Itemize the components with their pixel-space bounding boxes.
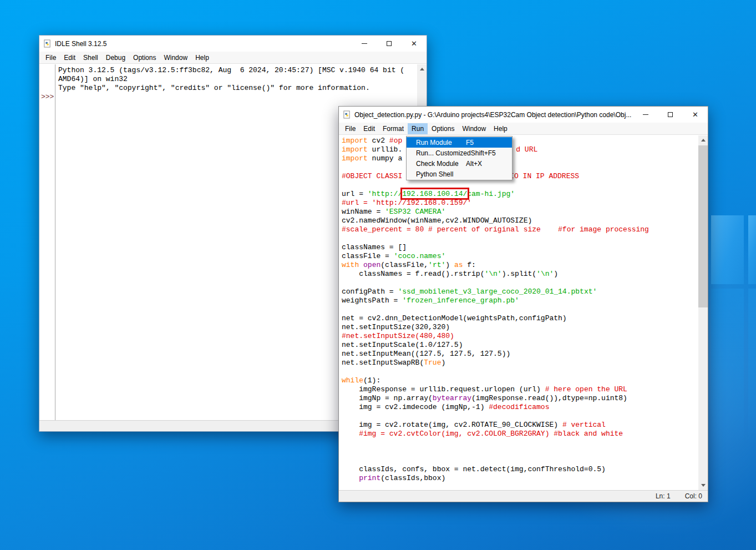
code-line (342, 412, 698, 421)
run-menu-item-run-module[interactable]: Run Module F5 (407, 137, 512, 148)
code-line: while(1): (342, 376, 698, 385)
code-line (342, 305, 698, 314)
scroll-down-icon[interactable] (698, 481, 708, 490)
code-line (342, 456, 698, 465)
shell-minimize-button[interactable] (352, 36, 377, 52)
editor-window-title: Object_detection.py.py - G:\Arduino proj… (354, 111, 633, 119)
code-line (342, 181, 698, 190)
code-line (342, 447, 698, 456)
shell-menu-options[interactable]: Options (129, 52, 160, 63)
shell-output: Python 3.12.5 (tags/v3.12.5:ff3bc82, Aug… (58, 66, 417, 93)
code-line (342, 438, 698, 447)
code-line: print(classIds,bbox) (342, 474, 698, 483)
editor-vscrollbar[interactable] (698, 135, 708, 490)
code-line: classNames = f.read().rstrip('\n').split… (342, 270, 698, 279)
code-line: imgResponse = urllib.request.urlopen (ur… (342, 385, 698, 394)
shell-prompt: >>> (41, 93, 54, 102)
code-line: net = cv2.dnn_DetectionModel(weightsPath… (342, 314, 698, 323)
code-line: #OBJECT CLASSIIO IN IP ADDRESS (342, 172, 698, 181)
shell-titlebar[interactable]: IDLE Shell 3.12.5 ✕ (39, 36, 427, 52)
code-line: net.setInputSwapRB(True) (342, 359, 698, 367)
idle-file-icon (343, 110, 351, 119)
editor-titlebar[interactable]: Object_detection.py.py - G:\Arduino proj… (339, 107, 708, 123)
editor-menubar: File Edit Format Run Options Window Help (339, 123, 708, 135)
scrollbar-thumb[interactable] (698, 145, 708, 307)
shell-output-line: Type "help", "copyright", "credits" or "… (58, 84, 417, 93)
shell-menu-help[interactable]: Help (191, 52, 213, 63)
wallpaper-logo-pane (748, 215, 756, 284)
editor-menu-run[interactable]: Run (408, 123, 428, 134)
editor-menu-file[interactable]: File (341, 123, 359, 134)
code-line: net.setInputScale(1.0/127.5) (342, 341, 698, 350)
code-line (342, 367, 698, 376)
shell-close-button[interactable]: ✕ (402, 36, 427, 52)
editor-statusbar: Ln: 1 Col: 0 (339, 490, 708, 502)
code-line: classIds, confs, bbox = net.detect(img,c… (342, 465, 698, 474)
code-area[interactable]: import cv2 #opimport urllib.d URLimport … (339, 135, 698, 490)
editor-menu-format[interactable]: Format (379, 123, 408, 134)
shell-output-line: AMD64)] on win32 (58, 75, 417, 84)
code-line: import cv2 #op (342, 137, 698, 145)
code-line: import urllib.d URL (342, 145, 698, 154)
run-menu-item-check-module[interactable]: Check Module Alt+X (407, 158, 512, 169)
shell-menu-window[interactable]: Window (160, 52, 191, 63)
code-line (342, 163, 698, 172)
code-line: #url = 'http://192.168.0.159/' (342, 199, 698, 208)
run-dropdown-menu: Run Module F5 Run... Customized Shift+F5… (406, 136, 513, 180)
editor-text-area[interactable]: import cv2 #opimport urllib.d URLimport … (339, 135, 708, 490)
run-menu-item-python-shell[interactable]: Python Shell (407, 169, 512, 179)
editor-menu-help[interactable]: Help (490, 123, 511, 134)
status-column-number: Col: 0 (685, 492, 702, 500)
shell-menu-shell[interactable]: Shell (79, 52, 102, 63)
code-line: cv2.namedWindow(winName,cv2.WINDOW_AUTOS… (342, 216, 698, 225)
code-line: url = 'http://192.168.100.14/cam-hi.jpg' (342, 190, 698, 199)
desktop-wallpaper: IDLE Shell 3.12.5 ✕ File Edit Shell Debu… (0, 0, 756, 550)
scroll-up-icon[interactable] (417, 64, 427, 74)
code-line: import numpy a (342, 154, 698, 163)
code-line: #img = cv2.cvtColor(img, cv2.COLOR_BGR2G… (342, 430, 698, 438)
code-line: weightsPath = 'frozen_inference_graph.pb… (342, 296, 698, 305)
maximize-icon (668, 112, 673, 117)
code-line: classFile = 'coco.names' (342, 252, 698, 261)
scroll-up-icon[interactable] (698, 135, 708, 145)
close-icon: ✕ (411, 40, 417, 47)
minimize-icon (362, 43, 367, 44)
code-line: winName = 'ESP32 CAMERA' (342, 208, 698, 216)
editor-menu-edit[interactable]: Edit (359, 123, 379, 134)
wallpaper-logo-pane (711, 289, 744, 462)
editor-window: Object_detection.py.py - G:\Arduino proj… (338, 106, 708, 502)
code-line: with open(classFile,'rt') as f: (342, 261, 698, 270)
code-line: img = cv2.imdecode (imgNp,-1) #decodific… (342, 403, 698, 412)
editor-minimize-button[interactable] (633, 107, 658, 123)
code-line: configPath = 'ssd_mobilenet_v3_large_coc… (342, 287, 698, 296)
code-line: #net.setInputSize(480,480) (342, 332, 698, 341)
editor-menu-options[interactable]: Options (428, 123, 458, 134)
shell-menu-debug[interactable]: Debug (102, 52, 129, 63)
shell-prompt-gutter: >>> (39, 64, 55, 420)
code-line: #scale_percent = 80 # percent of origina… (342, 225, 698, 234)
code-line: img = cv2.rotate(img, cv2.ROTATE_90_CLOC… (342, 421, 698, 430)
shell-window-title: IDLE Shell 3.12.5 (55, 40, 352, 48)
maximize-icon (387, 41, 392, 46)
code-line (342, 234, 698, 243)
code-line (342, 279, 698, 287)
status-line-number: Ln: 1 (656, 492, 671, 500)
code-line: imgNp = np.array(bytearray(imgResponse.r… (342, 394, 698, 403)
shell-menu-file[interactable]: File (42, 52, 60, 63)
editor-menu-window[interactable]: Window (458, 123, 490, 134)
wallpaper-logo-pane (711, 215, 744, 284)
idle-file-icon (43, 39, 52, 48)
shell-output-line: Python 3.12.5 (tags/v3.12.5:ff3bc82, Aug… (58, 66, 417, 75)
code-line: net.setInputSize(320,320) (342, 323, 698, 332)
editor-close-button[interactable]: ✕ (683, 107, 708, 123)
run-menu-item-run-customized[interactable]: Run... Customized Shift+F5 (407, 148, 512, 158)
shell-menubar: File Edit Shell Debug Options Window Hel… (39, 52, 427, 64)
minimize-icon (643, 114, 648, 115)
wallpaper-logo-pane (748, 289, 756, 462)
editor-maximize-button[interactable] (658, 107, 683, 123)
code-line: net.setInputMean((127.5, 127.5, 127.5)) (342, 350, 698, 359)
shell-menu-edit[interactable]: Edit (60, 52, 79, 63)
code-line: classNames = [] (342, 243, 698, 252)
close-icon: ✕ (692, 111, 698, 118)
shell-maximize-button[interactable] (377, 36, 402, 52)
